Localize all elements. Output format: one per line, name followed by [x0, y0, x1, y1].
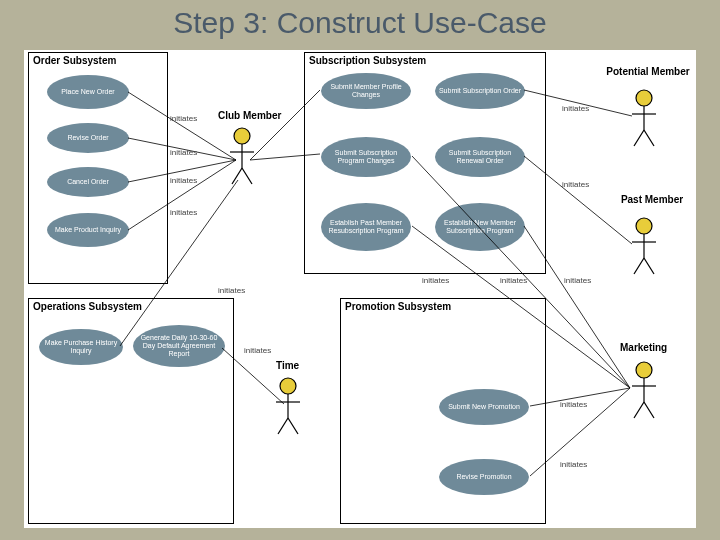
subsystem-subscription: Subscription Subsystem Submit Member Pro… [304, 52, 546, 274]
page-title: Step 3: Construct Use-Case [0, 6, 720, 40]
actor-time-figure [276, 378, 300, 434]
svg-line-24 [644, 130, 654, 146]
actor-potential-member-figure [632, 90, 656, 146]
usecase-submit-subscription-order: Submit Subscription Order [435, 73, 525, 109]
relation-label: initiates [170, 176, 197, 185]
usecase-make-product-inquiry: Make Product Inquiry [47, 213, 129, 247]
svg-line-28 [634, 258, 644, 274]
actor-club-member-label: Club Member [218, 110, 281, 121]
subsystem-promotion: Promotion Subsystem Submit New Promotion… [340, 298, 546, 524]
actor-past-member-figure [632, 218, 656, 274]
relation-label: initiates [562, 104, 589, 113]
actor-past-member-label: Past Member [608, 194, 696, 205]
subsystem-order: Order Subsystem Place New Order Revise O… [28, 52, 168, 284]
usecase-revise-promotion: Revise Promotion [439, 459, 529, 495]
actor-marketing-figure [632, 362, 656, 418]
relation-label: initiates [500, 276, 527, 285]
actor-time-label: Time [276, 360, 299, 371]
relation-label: initiates [422, 276, 449, 285]
svg-point-35 [280, 378, 296, 394]
svg-line-38 [278, 418, 288, 434]
subsystem-promotion-title: Promotion Subsystem [345, 301, 451, 312]
svg-line-39 [288, 418, 298, 434]
actor-marketing-label: Marketing [620, 342, 667, 353]
actor-potential-member-label: Potential Member [600, 66, 696, 77]
svg-point-15 [234, 128, 250, 144]
relation-label: initiates [244, 346, 271, 355]
svg-point-30 [636, 362, 652, 378]
relation-label: initiates [562, 180, 589, 189]
subsystem-operations-title: Operations Subsystem [33, 301, 142, 312]
svg-line-18 [232, 168, 242, 184]
diagram-canvas: Order Subsystem Place New Order Revise O… [24, 50, 696, 528]
usecase-establish-new-member-program: Establish New Member Subscription Progra… [435, 203, 525, 251]
usecase-make-purchase-history: Make Purchase History Inquiry [39, 329, 123, 365]
relation-label: initiates [218, 286, 245, 295]
usecase-generate-daily-report: Generate Daily 10-30-60 Day Default Agre… [133, 325, 225, 367]
relation-label: initiates [170, 114, 197, 123]
usecase-cancel-order: Cancel Order [47, 167, 129, 197]
usecase-submit-renewal-order: Submit Subscription Renewal Order [435, 137, 525, 177]
svg-line-19 [242, 168, 252, 184]
usecase-submit-new-promotion: Submit New Promotion [439, 389, 529, 425]
subsystem-subscription-title: Subscription Subsystem [309, 55, 426, 66]
svg-line-29 [644, 258, 654, 274]
usecase-submit-profile-changes: Submit Member Profile Changes [321, 73, 411, 109]
usecase-place-new-order: Place New Order [47, 75, 129, 109]
relation-label: initiates [560, 460, 587, 469]
svg-line-33 [634, 402, 644, 418]
svg-line-34 [644, 402, 654, 418]
subsystem-order-title: Order Subsystem [33, 55, 116, 66]
subsystem-operations: Operations Subsystem Make Purchase Histo… [28, 298, 234, 524]
usecase-revise-order: Revise Order [47, 123, 129, 153]
svg-point-20 [636, 90, 652, 106]
svg-point-25 [636, 218, 652, 234]
relation-label: initiates [564, 276, 591, 285]
svg-line-23 [634, 130, 644, 146]
actor-club-member-figure [230, 128, 254, 184]
usecase-submit-program-changes: Submit Subscription Program Changes [321, 137, 411, 177]
relation-label: initiates [170, 148, 197, 157]
relation-label: initiates [170, 208, 197, 217]
usecase-establish-past-resubscription: Establish Past Member Resubscription Pro… [321, 203, 411, 251]
relation-label: initiates [560, 400, 587, 409]
